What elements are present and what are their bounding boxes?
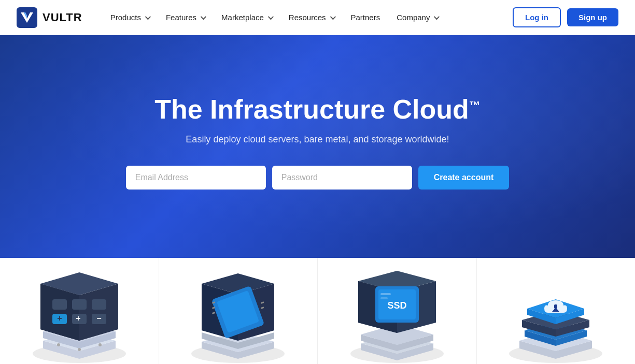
brand-name: VULTR [43, 11, 82, 24]
svg-rect-6 [92, 299, 106, 310]
hero-subtitle: Easily deploy cloud servers, bare metal,… [186, 134, 449, 145]
nav-marketplace[interactable]: Marketplace [214, 9, 279, 26]
bare-metal-illustration [181, 268, 295, 364]
svg-rect-5 [72, 299, 87, 310]
card-managed[interactable] [477, 258, 636, 364]
marketplace-chevron-icon [268, 13, 274, 19]
nav-features[interactable]: Features [159, 9, 212, 26]
hero-title: The Infrastructure Cloud™ [154, 94, 481, 125]
nav-company[interactable]: Company [389, 9, 445, 26]
svg-rect-4 [52, 299, 67, 310]
vultr-logo-icon [17, 7, 37, 28]
products-chevron-icon [145, 13, 151, 19]
resources-chevron-icon [330, 13, 335, 19]
card-compute[interactable]: + + − [0, 258, 159, 364]
svg-point-14 [78, 348, 81, 351]
svg-rect-32 [554, 304, 557, 309]
signup-button[interactable]: Sign up [567, 8, 618, 26]
svg-rect-29 [380, 297, 388, 299]
svg-text:SSD: SSD [387, 300, 406, 311]
company-chevron-icon [434, 13, 440, 19]
svg-text:−: − [96, 314, 101, 323]
nav-partners[interactable]: Partners [344, 9, 388, 26]
card-storage[interactable]: SSD [318, 258, 477, 364]
password-input[interactable] [272, 166, 412, 190]
login-button[interactable]: Log in [513, 7, 561, 27]
product-cards: + + − [0, 258, 635, 364]
hero-section: The Infrastructure Cloud™ Easily deploy … [0, 35, 635, 258]
svg-point-15 [98, 343, 102, 346]
nav-links: Products Features Marketplace Resources … [103, 9, 513, 26]
nav-resources[interactable]: Resources [281, 9, 342, 26]
create-account-button[interactable]: Create account [418, 166, 510, 190]
navbar: VULTR Products Features Marketplace Reso… [0, 0, 635, 35]
storage-illustration: SSD [340, 268, 454, 364]
logo[interactable]: VULTR [17, 7, 82, 28]
svg-text:+: + [76, 314, 80, 323]
svg-text:+: + [57, 314, 62, 323]
navbar-actions: Log in Sign up [513, 7, 618, 27]
svg-point-13 [57, 343, 60, 346]
features-chevron-icon [201, 13, 206, 19]
managed-illustration [499, 268, 613, 364]
card-bare-metal[interactable] [159, 258, 318, 364]
nav-products[interactable]: Products [103, 9, 157, 26]
svg-rect-28 [380, 293, 391, 295]
email-input[interactable] [126, 166, 266, 190]
signup-form: Create account [126, 166, 510, 190]
compute-illustration: + + − [22, 268, 136, 364]
